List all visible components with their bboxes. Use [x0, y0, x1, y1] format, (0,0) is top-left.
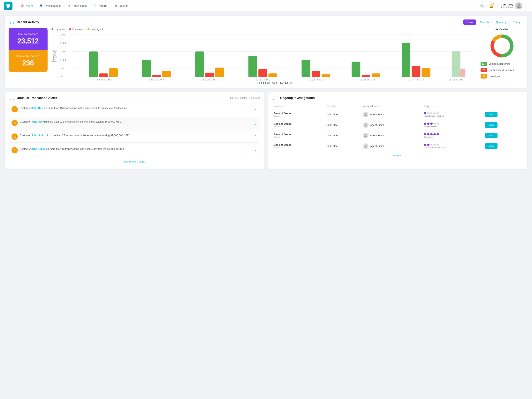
progress-dot-3: [433, 144, 436, 146]
legitimate-dot: [51, 28, 53, 30]
view-button-1[interactable]: View: [485, 122, 498, 128]
nav-home[interactable]: 🏠 Home: [18, 3, 35, 9]
progress-dot-0: [424, 112, 426, 114]
alert-icon-1: ⚠: [12, 120, 18, 126]
verification-unassigned: 35 Unassigned: [481, 74, 523, 78]
nav-reports[interactable]: 📄 Reports: [91, 3, 110, 9]
agent-cell-2: Agent Smith: [363, 133, 420, 138]
progress-dot-1: [427, 144, 430, 146]
period-today-button[interactable]: Today: [463, 19, 476, 25]
navbar: 🏠 Home 👤 Investigations 🗂 Transactions 📄…: [0, 0, 532, 12]
nav-investigations[interactable]: 👤 Investigations: [37, 3, 63, 9]
svg-rect-34: [362, 75, 370, 77]
period-yearly-button[interactable]: Yearly: [510, 19, 523, 25]
progress-dot-4: [437, 123, 439, 125]
client-cell-2: John Doe: [325, 130, 361, 141]
alert-menu-button-0[interactable]: ⋮: [253, 107, 258, 112]
settings-icon: ⚙️: [114, 4, 117, 7]
assigned-cell-3: Agent Smith: [361, 141, 422, 151]
svg-text:10: 10: [59, 59, 66, 61]
notification-dot: [493, 3, 494, 5]
alert-menu-button-2[interactable]: ⋮: [253, 134, 258, 139]
nav-more-button[interactable]: ⋮: [524, 4, 528, 8]
progress-label-1: In peer review: [424, 125, 481, 128]
alerts-dots-icon[interactable]: ⋮⋮: [9, 96, 15, 100]
progress-dots: [424, 123, 481, 125]
progress-cell-1: In peer review: [422, 120, 483, 130]
bank-country-1: Japan: [274, 125, 323, 128]
action-cell-1: View: [483, 120, 523, 130]
legend-unassigned: Unassigned: [88, 28, 103, 31]
section-dots-icon[interactable]: ⋮⋮: [9, 20, 15, 24]
bank-name-1: Bank of Osaka: [274, 122, 323, 125]
svg-text:09:00: 09:00: [149, 78, 164, 81]
view-button-0[interactable]: View: [485, 112, 498, 117]
table-row: Bank of OsakaJapanJohn Doe Agent Smith I…: [272, 109, 523, 120]
progress-dot-3: [433, 123, 436, 125]
nav-settings[interactable]: ⚙️ Settings: [111, 3, 131, 9]
nav-transactions[interactable]: 🗂 Transactions: [64, 3, 89, 9]
alert-menu-button-1[interactable]: ⋮: [253, 120, 258, 125]
svg-rect-13: [89, 51, 98, 77]
alert-customer-1[interactable]: Jane Doe: [31, 120, 43, 123]
svg-rect-31: [322, 74, 330, 77]
svg-rect-38: [412, 66, 420, 77]
unusual-transactions-value: 236: [13, 59, 44, 67]
svg-rect-35: [372, 73, 380, 77]
total-transactions-value: 23,512: [13, 37, 44, 45]
chart-column: Legitimate Fraudulent Unassigned 25 20: [51, 28, 477, 84]
alert-customer-2[interactable]: John Smith: [31, 134, 45, 137]
client-sort[interactable]: ⇅: [334, 105, 336, 107]
verification-column: Verification 124: [481, 28, 523, 78]
agent-name-0: Agent Smith: [370, 113, 384, 116]
period-quarterly-button[interactable]: Quarterly: [493, 19, 509, 25]
fraudulent-label: Confirmed as Fraudulent: [489, 69, 514, 71]
agent-avatar-3: [363, 143, 368, 149]
logo: [4, 1, 13, 10]
alert-text-3: Customer Jane Smith did more than 12 tra…: [20, 147, 257, 151]
svg-rect-27: [268, 73, 277, 77]
alert-customer-3[interactable]: Jane Smith: [31, 147, 45, 150]
svg-text:5: 5: [61, 67, 64, 70]
period-monthly-button[interactable]: Monthly: [477, 19, 492, 25]
svg-rect-33: [352, 62, 360, 77]
assigned-cell-2: Agent Smith: [361, 130, 422, 141]
investigations-dots-icon[interactable]: ⋮⋮: [272, 96, 279, 100]
bank-name-2: Bank of Osaka: [274, 133, 323, 136]
investigations-header: ⋮⋮ Ongoing Investigations: [272, 96, 523, 100]
total-transactions-label: Total Transactions: [13, 32, 44, 35]
progress-label-2: Complete: [424, 136, 481, 138]
progress-dot-2: [430, 123, 433, 125]
activity-row: Total Transactions 23,512 Unusual Transa…: [9, 28, 523, 84]
svg-rect-25: [248, 56, 257, 77]
chart-legend: Legitimate Fraudulent Unassigned: [51, 28, 477, 31]
progress-dot-4: [437, 144, 439, 146]
search-button[interactable]: 🔍: [479, 3, 485, 9]
agent-avatar-1: [363, 122, 368, 128]
alert-icon-3: ⚠: [12, 147, 18, 153]
see-more-alerts[interactable]: See 15 more alerts: [9, 158, 260, 165]
progress-cell-2: Complete: [422, 130, 483, 141]
progress-sort[interactable]: ⇅: [435, 105, 436, 107]
bank-cell-1: Bank of OsakaJapan: [272, 120, 325, 130]
assigned-sort[interactable]: ⇅: [377, 105, 379, 107]
avatar[interactable]: [515, 2, 522, 9]
alert-menu-button-3[interactable]: ⋮: [253, 148, 258, 152]
investigations-table: Bank ⇅ Client ⇅ Assigned To ⇅ Progress: [272, 103, 523, 151]
svg-rect-29: [302, 60, 310, 77]
alert-customer-0[interactable]: John Doe: [31, 107, 43, 109]
view-button-2[interactable]: View: [485, 133, 498, 138]
svg-text:25: 25: [59, 33, 66, 36]
progress-label-3: Confirmed as unusual: [424, 146, 481, 149]
view-button-3[interactable]: View: [485, 143, 498, 149]
svg-rect-21: [195, 51, 204, 77]
bank-country-0: Japan: [274, 115, 323, 117]
progress-dot-3: [433, 112, 436, 114]
nav-user: Tom Jerry Administrator ⋮: [501, 2, 528, 9]
view-all-button[interactable]: View All: [272, 151, 523, 160]
user-role: Administrator: [501, 6, 513, 8]
total-transactions-card: Total Transactions 23,512: [9, 28, 48, 50]
bank-sort[interactable]: ⇅: [280, 105, 282, 107]
progress-dot-3: [433, 133, 436, 135]
svg-rect-41: [452, 51, 461, 77]
